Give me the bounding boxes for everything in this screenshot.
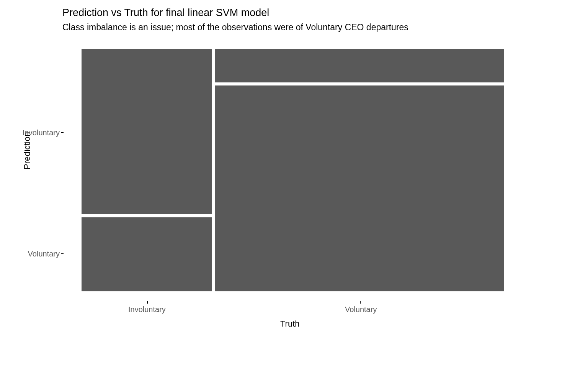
y-tick-label-voluntary: Voluntary	[28, 250, 60, 258]
x-tick-label-voluntary: Voluntary	[345, 305, 377, 314]
mosaic-plot-area	[82, 49, 504, 291]
mosaic-tile-voluntary-involuntary	[215, 49, 504, 82]
y-tick-mark	[61, 132, 64, 133]
x-tick-label-involuntary: Involuntary	[128, 305, 166, 314]
y-axis-label: Prediction	[22, 132, 32, 169]
x-axis-label: Truth	[280, 319, 300, 329]
chart-subtitle: Class imbalance is an issue; most of the…	[62, 22, 408, 33]
y-tick-mark	[61, 253, 64, 254]
mosaic-tile-voluntary-voluntary	[215, 85, 504, 291]
x-tick-mark	[360, 301, 361, 304]
y-tick-label-involuntary: Involuntary	[22, 128, 60, 137]
x-tick-mark	[147, 301, 148, 304]
mosaic-tile-involuntary-voluntary	[82, 217, 212, 291]
chart-title: Prediction vs Truth for final linear SVM…	[62, 7, 269, 19]
mosaic-tile-involuntary-involuntary	[82, 49, 212, 214]
